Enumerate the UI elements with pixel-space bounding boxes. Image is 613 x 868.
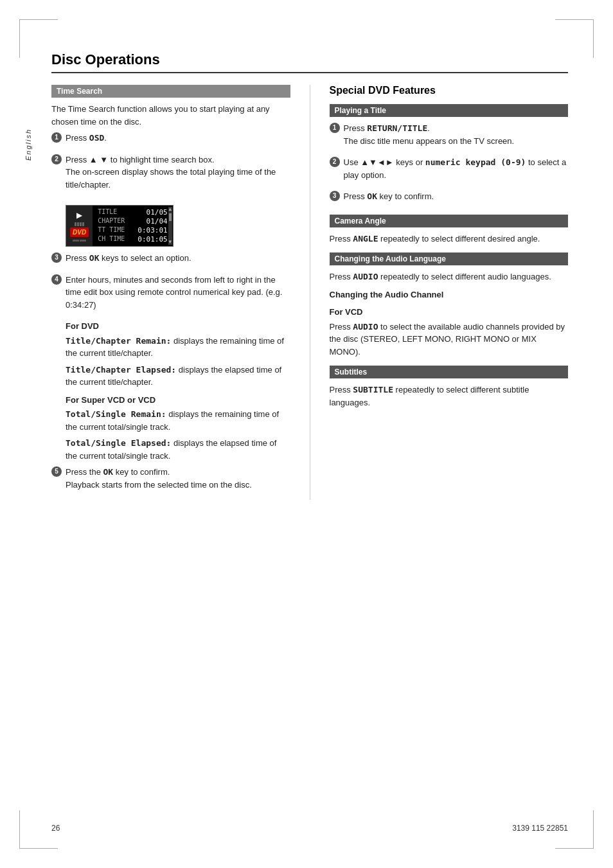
step-4-num: 4 <box>51 274 62 285</box>
angle-key: ANGLE <box>353 234 378 244</box>
return-title-key: RETURN/TITLE <box>367 123 427 133</box>
sidebar-language-label: English <box>24 128 32 161</box>
ok-key-playing: OK <box>367 191 377 201</box>
time-search-intro: The Time Search function allows you to s… <box>51 103 290 128</box>
scroll-down-arrow: ▼ <box>168 240 173 245</box>
title-chapter-elapsed-bold: Title/Chapter Elapsed: <box>66 365 176 375</box>
corner-border-top-left <box>19 19 58 58</box>
time-search-header: Time Search <box>51 85 290 98</box>
for-svcd-text2: Total/Single Elapsed: displays the elaps… <box>66 437 290 462</box>
special-dvd-header: Special DVD Features <box>330 85 569 96</box>
display-box-right: TITLE 01/05 CHAPTER 01/04 TT TIME 0:03:0… <box>93 206 173 246</box>
numeric-keypad-key: numeric keypad (0-9) <box>425 157 526 167</box>
changing-audio-channel-subheader: Changing the Audio Channel <box>330 288 569 301</box>
step-5-content: Press the OK key to confirm.Playback sta… <box>66 466 290 495</box>
for-vcd-text: Press AUDIO to select the available audi… <box>330 321 569 359</box>
for-dvd-section: For DVD Title/Chapter Remain: displays t… <box>66 320 290 389</box>
playing-step-1: 1 Press RETURN/TITLE.The disc title menu… <box>330 122 569 151</box>
playing-step-3-text: Press OK key to confirm. <box>344 190 569 203</box>
step-2-content: Press ▲ ▼ to highlight time search box.T… <box>66 154 290 195</box>
changing-audio-header: Changing the Audio Language <box>330 252 569 265</box>
playing-step-3-num: 3 <box>330 191 340 201</box>
playing-step-3-content: Press OK key to confirm. <box>344 190 569 207</box>
step-4-content: Enter hours, minutes and seconds from le… <box>66 274 290 315</box>
playing-step-2-content: Use ▲▼◄► keys or numeric keypad (0-9) to… <box>344 156 569 185</box>
step-3-content: Press OK keys to select an option. <box>66 252 290 269</box>
chapter-label: CHAPTER <box>98 217 125 226</box>
step-4: 4 Enter hours, minutes and seconds from … <box>51 274 290 315</box>
ok-key-step5: OK <box>103 467 114 477</box>
step-1-num: 1 <box>51 132 62 143</box>
step-4-text: Enter hours, minutes and seconds from le… <box>66 274 290 312</box>
step-5: 5 Press the OK key to confirm.Playback s… <box>51 466 290 495</box>
display-row-chapter: CHAPTER 01/04 <box>98 217 168 226</box>
ch-time-label: CH TIME <box>98 235 125 244</box>
display-box-left: ▶ DVD <box>66 206 93 246</box>
play-icon: ▶ <box>76 211 82 220</box>
step-1-content: Press OSD. <box>66 132 290 148</box>
ok-key-step3: OK <box>89 253 100 263</box>
subtitles-header: Subtitles <box>330 366 569 378</box>
step-1: 1 Press OSD. <box>51 132 290 148</box>
display-box: ▶ DVD TITLE 01/ <box>66 205 173 247</box>
playing-step-2-num: 2 <box>330 157 340 167</box>
product-code: 3139 115 22851 <box>512 824 568 833</box>
step-1-text: Press OSD. <box>66 132 290 145</box>
display-row-tt-time: TT TIME 0:03:01 <box>98 226 168 235</box>
scroll-up-arrow: ▲ <box>168 207 173 212</box>
title-label: TITLE <box>98 208 117 217</box>
total-single-elapsed-bold: Total/Single Elapsed: <box>66 438 171 448</box>
for-svcd-label: For Super VCD or VCD <box>66 394 290 407</box>
title-value: 01/05 <box>147 208 168 217</box>
for-svcd-text1: Total/Single Remain: displays the remain… <box>66 408 290 433</box>
step-5-text: Press the OK key to confirm.Playback sta… <box>66 466 290 491</box>
for-vcd-label: For VCD <box>330 306 569 319</box>
ch-time-value: 0:01:05 <box>138 235 167 244</box>
audio-key: AUDIO <box>353 272 378 281</box>
step-2: 2 Press ▲ ▼ to highlight time search box… <box>51 154 290 195</box>
subtitle-key: SUBTITLE <box>353 385 393 394</box>
for-dvd-text1: Title/Chapter Remain: displays the remai… <box>66 335 290 360</box>
osd-key: OSD <box>89 133 104 143</box>
for-dvd-text2: Title/Chapter Elapsed: displays the elap… <box>66 364 290 389</box>
camera-angle-text: Press ANGLE repeatedly to select differe… <box>330 233 569 245</box>
step-3-num: 3 <box>51 252 62 263</box>
step-5-num: 5 <box>51 466 62 477</box>
for-dvd-label: For DVD <box>66 320 290 333</box>
playing-step-2: 2 Use ▲▼◄► keys or numeric keypad (0-9) … <box>330 156 569 185</box>
tt-time-value: 0:03:01 <box>138 226 167 235</box>
corner-border-top-right <box>555 19 594 58</box>
playing-step-1-content: Press RETURN/TITLE.The disc title menu a… <box>344 122 569 151</box>
subtitles-text: Press SUBTITLE repeatedly to select diff… <box>330 384 569 409</box>
right-column: Special DVD Features Playing a Title 1 P… <box>330 85 569 500</box>
scroll-thumb <box>169 213 172 221</box>
audio-key-vcd: AUDIO <box>353 322 378 332</box>
changing-audio-text: Press AUDIO repeatedly to select differe… <box>330 270 569 283</box>
step-3-text: Press OK keys to select an option. <box>66 252 290 265</box>
column-divider <box>310 85 310 500</box>
display-row-title: TITLE 01/05 <box>98 208 168 217</box>
playing-step-2-text: Use ▲▼◄► keys or numeric keypad (0-9) to… <box>344 156 569 181</box>
display-row-ch-time: CH TIME 0:01:05 <box>98 235 168 244</box>
playing-step-1-num: 1 <box>330 123 340 133</box>
display-scrollbar: ▲ ▼ <box>168 207 172 245</box>
playing-title-header: Playing a Title <box>330 104 569 117</box>
playing-step-1-text: Press RETURN/TITLE.The disc title menu a… <box>344 122 569 147</box>
page-number: 26 <box>51 824 60 833</box>
step-2-text: Press ▲ ▼ to highlight time search box.T… <box>66 154 290 191</box>
camera-angle-header: Camera Angle <box>330 215 569 227</box>
total-single-remain-bold: Total/Single Remain: <box>66 409 166 419</box>
for-svcd-section: For Super VCD or VCD Total/Single Remain… <box>66 394 290 463</box>
progress-bars <box>75 222 84 226</box>
step-2-num: 2 <box>51 154 62 164</box>
left-column: Time Search The Time Search function all… <box>51 85 290 500</box>
page-title: Disc Operations <box>51 51 568 73</box>
tt-time-label: TT TIME <box>98 226 125 235</box>
playing-step-3: 3 Press OK key to confirm. <box>330 190 569 207</box>
title-chapter-remain-bold: Title/Chapter Remain: <box>66 336 171 346</box>
chapter-value: 01/04 <box>147 217 168 226</box>
step-3: 3 Press OK keys to select an option. <box>51 252 290 269</box>
dvd-logo: DVD <box>70 227 89 237</box>
